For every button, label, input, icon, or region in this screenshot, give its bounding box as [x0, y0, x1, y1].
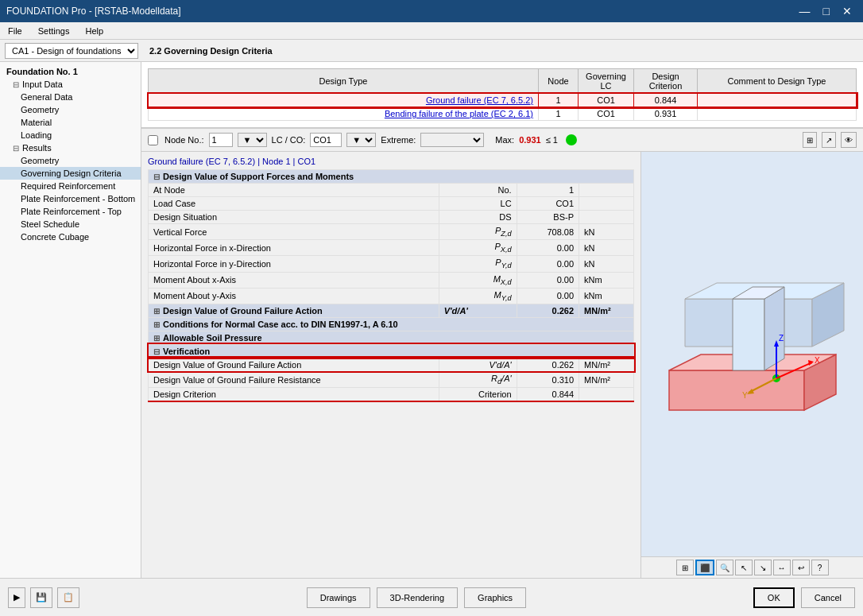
detail-row: Moment About x-Axis MX,d 0.00 kNm — [149, 272, 634, 288]
sidebar-item-plate-bottom[interactable]: Plate Reinforcement - Bottom — [0, 192, 141, 205]
maximize-button[interactable]: □ — [818, 5, 834, 17]
svg-text:X: X — [815, 356, 820, 365]
right-panel: Design Type Node GoverningLC DesignCrite… — [141, 62, 863, 578]
drawings-button[interactable]: Drawings — [307, 587, 370, 608]
verification-row: Design Value of Ground Failure Resistanc… — [149, 371, 634, 387]
section-ground-failure-action[interactable]: ⊞Design Value of Ground Failure Action V… — [149, 304, 634, 317]
node-no-checkbox[interactable] — [148, 135, 158, 145]
design-table-area: Design Type Node GoverningLC DesignCrite… — [141, 62, 863, 128]
lc-co-dropdown[interactable]: ▼ — [346, 133, 376, 147]
section-allowable-soil[interactable]: ⊞Allowable Soil Pressure — [149, 331, 634, 344]
svg-marker-7 — [764, 287, 784, 370]
graphic-btn-help[interactable]: ? — [811, 560, 829, 575]
bottom-icon-1[interactable]: ▶ — [8, 587, 25, 608]
close-button[interactable]: ✕ — [838, 5, 857, 17]
bottom-icon-3[interactable]: 📋 — [57, 587, 79, 608]
design-type-cell: Ground failure (EC 7, 6.5.2) — [149, 94, 539, 107]
comment-cell — [698, 94, 857, 107]
graphic-btn-next[interactable]: ↘ — [754, 560, 772, 575]
col-header-governing-lc: GoverningLC — [579, 69, 634, 94]
svg-text:Z: Z — [779, 334, 784, 343]
bottom-icon-2[interactable]: 💾 — [30, 587, 52, 608]
lc-co-input[interactable] — [310, 133, 342, 147]
section-support-forces[interactable]: ⊟Design Value of Support Forces and Mome… — [149, 170, 634, 184]
3d-view-canvas: Z X Y — [641, 152, 863, 556]
col-header-node: Node — [539, 69, 579, 94]
node-no-input[interactable] — [209, 133, 233, 147]
sidebar-item-concrete-cubage[interactable]: Concrete Cubage — [0, 231, 141, 243]
comparison-label: ≤ 1 — [546, 135, 558, 145]
export-icon-btn[interactable]: ↗ — [822, 132, 836, 148]
lc-cell: CO1 — [579, 94, 634, 107]
table-icon-btn[interactable]: ⊞ — [803, 132, 817, 148]
3d-rendering-button[interactable]: 3D-Rendering — [377, 587, 458, 608]
app-title: FOUNDATION Pro - [RSTAB-Modelldata] — [6, 6, 181, 17]
menu-help[interactable]: Help — [80, 25, 108, 37]
sidebar-item-results[interactable]: ⊟Results — [0, 141, 141, 154]
max-value: 0.931 — [519, 135, 541, 145]
lc-co-label: LC / CO: — [272, 135, 306, 145]
right-content: Ground failure (EC 7, 6.5.2) | Node 1 | … — [141, 152, 863, 578]
node-cell: 1 — [539, 107, 579, 121]
case-dropdown[interactable]: CA1 - Design of foundations — [5, 43, 138, 59]
menu-settings[interactable]: Settings — [33, 25, 75, 37]
ground-failure-link[interactable]: Ground failure (EC 7, 6.5.2) — [426, 95, 533, 105]
sidebar-item-material[interactable]: Material — [0, 116, 141, 129]
detail-row: At Node No. 1 — [149, 184, 634, 197]
node-no-label: Node No.: — [164, 135, 204, 145]
criterion-cell: 0.931 — [634, 107, 698, 121]
sidebar-item-plate-top[interactable]: Plate Reinforcement - Top — [0, 205, 141, 218]
comment-cell — [698, 107, 857, 121]
window-controls: — □ ✕ — [795, 5, 857, 17]
minimize-button[interactable]: — — [795, 5, 815, 17]
graphic-btn-fit[interactable]: ↔ — [773, 560, 791, 575]
graphic-btn-home[interactable]: ⊞ — [676, 560, 694, 575]
section-conditions[interactable]: ⊞Conditions for Normal Case acc. to DIN … — [149, 317, 634, 331]
sidebar-item-general-data[interactable]: General Data — [0, 91, 141, 103]
detail-row: Horizontal Force in y-Direction PY,d 0.0… — [149, 256, 634, 272]
design-criteria-table: Design Type Node GoverningLC DesignCrite… — [148, 68, 857, 121]
bottom-right-buttons: OK Cancel — [753, 587, 855, 608]
sidebar-item-input-data[interactable]: ⊟Input Data — [0, 78, 141, 91]
graphic-btn-3d[interactable]: ⬛ — [695, 560, 714, 575]
criterion-cell: 0.844 — [634, 94, 698, 107]
status-indicator — [566, 134, 577, 145]
sidebar-item-geometry-results[interactable]: Geometry — [0, 154, 141, 167]
verification-row: Design Criterion Criterion 0.844 — [149, 388, 634, 402]
detail-header: Ground failure (EC 7, 6.5.2) | Node 1 | … — [148, 157, 634, 166]
ok-button[interactable]: OK — [753, 587, 795, 608]
title-bar: FOUNDATION Pro - [RSTAB-Modelldata] — □ … — [0, 0, 863, 22]
svg-marker-3 — [669, 370, 804, 410]
right-graphic-panel: Z X Y ⊞ ⬛ — [640, 152, 863, 578]
node-no-dropdown[interactable]: ▼ — [238, 133, 267, 147]
extreme-label: Extreme: — [381, 135, 416, 145]
content-area: Foundation No. 1 ⊟Input Data General Dat… — [0, 62, 863, 578]
detail-row: Horizontal Force in x-Direction PX,d 0.0… — [149, 240, 634, 256]
graphic-btn-zoom[interactable]: 🔍 — [716, 560, 733, 575]
table-row[interactable]: Bending failure of the plate (EC 2, 6.1)… — [149, 107, 857, 121]
col-header-comment: Comment to Design Type — [698, 69, 857, 94]
verification-row: Design Value of Ground Failure Action V'… — [149, 358, 634, 371]
table-row[interactable]: Ground failure (EC 7, 6.5.2) 1 CO1 0.844 — [149, 94, 857, 107]
sidebar-item-geometry-input[interactable]: Geometry — [0, 103, 141, 116]
col-header-design-type: Design Type — [149, 69, 539, 94]
detail-row: Vertical Force PZ,d 708.08 kN — [149, 224, 634, 240]
graphic-btn-undo[interactable]: ↩ — [792, 560, 810, 575]
sidebar-item-governing-design[interactable]: Governing Design Criteria — [0, 167, 141, 180]
graphics-button[interactable]: Graphics — [464, 587, 526, 608]
sidebar-item-loading[interactable]: Loading — [0, 129, 141, 141]
sidebar-item-steel-schedule[interactable]: Steel Schedule — [0, 218, 141, 231]
section-verification[interactable]: ⊟Verification — [149, 344, 634, 358]
svg-marker-6 — [733, 299, 764, 370]
sidebar-item-required-reinforcement[interactable]: Required Reinforcement — [0, 180, 141, 192]
menu-file[interactable]: File — [3, 25, 27, 37]
node-cell: 1 — [539, 94, 579, 107]
toolbar-area: CA1 - Design of foundations 2.2 Governin… — [0, 40, 863, 62]
view-icon-btn[interactable]: 👁 — [841, 132, 857, 148]
cancel-button[interactable]: Cancel — [801, 587, 855, 608]
foundation-label: Foundation No. 1 — [0, 65, 141, 78]
bending-failure-link[interactable]: Bending failure of the plate (EC 2, 6.1) — [385, 109, 533, 118]
graphic-btn-prev[interactable]: ↖ — [735, 560, 753, 575]
3d-foundation-svg: Z X Y — [653, 267, 852, 442]
extreme-dropdown[interactable] — [420, 133, 484, 147]
